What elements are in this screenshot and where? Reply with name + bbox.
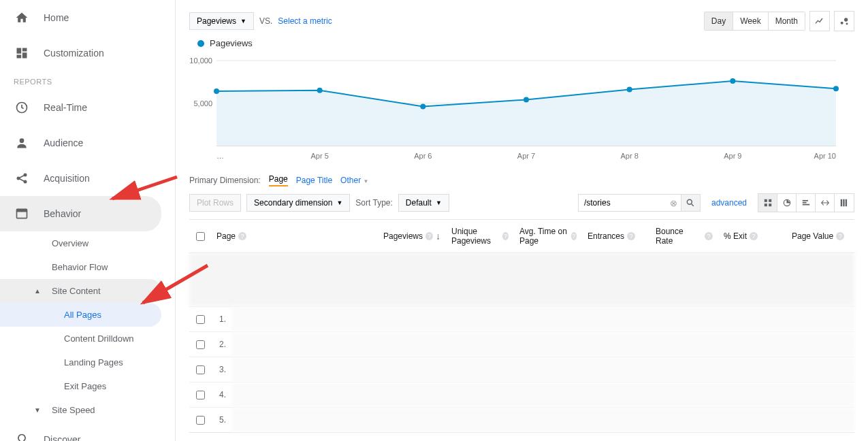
advanced-link[interactable]: advanced bbox=[711, 198, 747, 208]
col-entrances[interactable]: Entrances bbox=[588, 231, 624, 241]
search-button[interactable] bbox=[681, 194, 701, 212]
col-pageviews[interactable]: Pageviews bbox=[383, 231, 423, 241]
col-exit[interactable]: % Exit bbox=[724, 231, 747, 241]
col-avg-time[interactable]: Avg. Time on Page bbox=[519, 227, 568, 246]
nav-behavior-label: Behavior bbox=[44, 208, 81, 219]
view-pivot-button[interactable] bbox=[835, 194, 854, 212]
row-checkbox[interactable] bbox=[196, 340, 205, 349]
nav-customization[interactable]: Customization bbox=[0, 35, 175, 71]
row-index: 2. bbox=[211, 332, 231, 357]
table-row[interactable]: 5. bbox=[189, 407, 854, 432]
nav-discover-label: Discover bbox=[44, 434, 80, 441]
search-box: ⊗ bbox=[578, 194, 681, 212]
sort-type-dropdown[interactable]: Default ▼ bbox=[398, 194, 449, 212]
help-icon[interactable]: ? bbox=[627, 232, 635, 240]
granularity-month[interactable]: Month bbox=[769, 12, 805, 30]
row-index: 1. bbox=[211, 307, 231, 331]
row-index: 3. bbox=[211, 357, 231, 382]
bulb-icon bbox=[14, 431, 30, 441]
table-row[interactable]: 1. bbox=[189, 306, 854, 331]
nav-exit-pages[interactable]: Exit Pages bbox=[0, 374, 175, 398]
nav-content-drilldown[interactable]: Content Drilldown bbox=[0, 327, 175, 350]
search-clear-icon[interactable]: ⊗ bbox=[667, 198, 681, 208]
svg-point-3 bbox=[24, 174, 26, 176]
table-row[interactable]: 2. bbox=[189, 331, 854, 357]
view-table-button[interactable] bbox=[758, 194, 777, 212]
table-row[interactable]: 3. bbox=[189, 357, 854, 382]
sort-desc-icon: ↓ bbox=[436, 231, 440, 242]
row-data-blurred bbox=[231, 408, 854, 432]
time-granularity-group: Day Week Month bbox=[704, 12, 805, 31]
help-icon[interactable]: ? bbox=[425, 232, 433, 240]
row-checkbox[interactable] bbox=[196, 416, 205, 425]
caret-down-icon: ▼ bbox=[336, 199, 342, 206]
view-bar-button[interactable] bbox=[797, 194, 816, 212]
col-page[interactable]: Page bbox=[216, 231, 236, 241]
svg-text:…: … bbox=[216, 152, 224, 160]
nav-audience-label: Audience bbox=[44, 137, 83, 148]
nav-behavior-flow[interactable]: Behavior Flow bbox=[0, 255, 175, 279]
row-index: 5. bbox=[211, 408, 231, 432]
nav-acquisition[interactable]: Acquisition bbox=[0, 161, 175, 196]
help-icon[interactable]: ? bbox=[705, 232, 713, 240]
help-icon[interactable]: ? bbox=[836, 232, 844, 240]
primary-dimension-page-title[interactable]: Page Title bbox=[296, 176, 332, 185]
chart-type-motion-button[interactable] bbox=[834, 11, 854, 31]
reports-section-label: REPORTS bbox=[0, 71, 175, 90]
svg-text:Apr 5: Apr 5 bbox=[311, 152, 329, 160]
help-icon[interactable]: ? bbox=[750, 232, 758, 240]
help-icon[interactable]: ? bbox=[502, 232, 509, 240]
secondary-dimension-dropdown[interactable]: Secondary dimension ▼ bbox=[246, 194, 350, 212]
help-icon[interactable]: ? bbox=[571, 232, 577, 240]
col-page-value[interactable]: Page Value bbox=[792, 231, 833, 241]
nav-behavior[interactable]: Behavior bbox=[0, 196, 161, 231]
sidebar: Home Customization REPORTS Real-Time Aud… bbox=[0, 0, 176, 441]
plot-rows-button[interactable]: Plot Rows bbox=[189, 194, 241, 212]
legend-dot bbox=[197, 40, 204, 47]
select-all-checkbox[interactable] bbox=[196, 232, 205, 241]
svg-rect-37 bbox=[802, 204, 809, 206]
svg-rect-30 bbox=[764, 199, 767, 202]
nav-overview[interactable]: Overview bbox=[0, 231, 175, 255]
nav-landing-pages[interactable]: Landing Pages bbox=[0, 350, 175, 374]
svg-rect-6 bbox=[17, 209, 27, 212]
nav-site-speed[interactable]: ▼ Site Speed bbox=[0, 398, 175, 422]
metric-selector-dropdown[interactable]: Pageviews ▼ bbox=[189, 12, 254, 30]
row-checkbox[interactable] bbox=[196, 391, 205, 399]
caret-down-icon: ▼ bbox=[363, 178, 368, 184]
svg-rect-32 bbox=[764, 203, 767, 206]
nav-site-content[interactable]: ▲ Site Content bbox=[0, 279, 161, 303]
col-bounce-rate[interactable]: Bounce Rate bbox=[656, 227, 702, 246]
row-checkbox[interactable] bbox=[196, 315, 205, 324]
clock-icon bbox=[14, 99, 30, 116]
table-row[interactable]: 4. bbox=[189, 382, 854, 407]
nav-discover[interactable]: Discover bbox=[0, 422, 175, 441]
svg-point-9 bbox=[846, 23, 848, 25]
vs-label: VS. bbox=[259, 16, 272, 26]
primary-dimension-active[interactable]: Page bbox=[269, 174, 288, 186]
nav-audience[interactable]: Audience bbox=[0, 125, 175, 161]
primary-dimension-other[interactable]: Other ▼ bbox=[340, 176, 368, 185]
view-comparison-button[interactable] bbox=[816, 194, 835, 212]
dashboard-icon bbox=[14, 45, 30, 61]
col-unique-pageviews[interactable]: Unique Pageviews bbox=[451, 227, 500, 246]
row-checkbox[interactable] bbox=[196, 365, 205, 374]
svg-point-23 bbox=[627, 87, 632, 93]
main-content: Pageviews ▼ VS. Select a metric Day Week… bbox=[176, 0, 868, 441]
view-pie-button[interactable] bbox=[777, 194, 797, 212]
chart-type-line-button[interactable] bbox=[809, 11, 830, 31]
search-input[interactable] bbox=[579, 195, 667, 211]
nav-home[interactable]: Home bbox=[0, 0, 175, 35]
svg-text:5,000: 5,000 bbox=[193, 99, 212, 108]
svg-point-15 bbox=[214, 88, 219, 94]
nav-all-pages[interactable]: All Pages bbox=[0, 303, 161, 327]
chart: 5,00010,000…Apr 5Apr 6Apr 7Apr 8Apr 9Apr… bbox=[189, 54, 854, 165]
help-icon[interactable]: ? bbox=[238, 232, 246, 240]
granularity-day[interactable]: Day bbox=[705, 12, 733, 30]
granularity-week[interactable]: Week bbox=[733, 12, 768, 30]
svg-text:10,000: 10,000 bbox=[189, 56, 212, 65]
nav-realtime[interactable]: Real-Time bbox=[0, 90, 175, 125]
svg-point-29 bbox=[688, 199, 692, 204]
svg-rect-35 bbox=[802, 200, 807, 201]
select-metric-link[interactable]: Select a metric bbox=[278, 16, 332, 26]
